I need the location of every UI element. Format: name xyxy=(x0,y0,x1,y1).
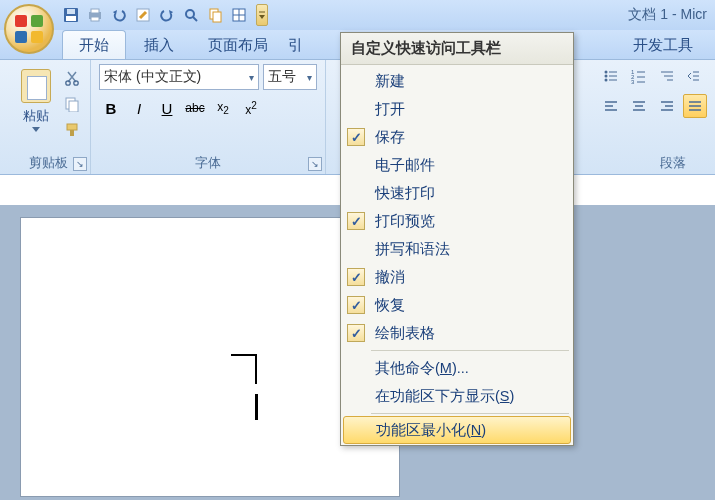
menu-separator xyxy=(371,350,569,351)
menu-item[interactable]: 功能区最小化(N) xyxy=(343,416,571,444)
tab-start[interactable]: 开始 xyxy=(62,30,126,59)
menu-item-label: 新建 xyxy=(371,72,405,91)
menu-item-label: 撤消 xyxy=(371,268,405,287)
menu-item-label: 功能区最小化(N) xyxy=(372,421,486,440)
underline-button[interactable]: U xyxy=(155,96,179,120)
svg-point-21 xyxy=(605,71,608,74)
tab-insert[interactable]: 插入 xyxy=(128,31,190,59)
check-icon: ✓ xyxy=(347,268,365,286)
menu-item-label: 电子邮件 xyxy=(371,156,435,175)
format-painter-icon[interactable] xyxy=(62,120,82,140)
subscript-button[interactable]: x2 xyxy=(211,96,235,120)
document-title: 文档 1 - Micr xyxy=(628,6,707,24)
tab-page-layout[interactable]: 页面布局 xyxy=(192,31,284,59)
menu-item-label: 拼写和语法 xyxy=(371,240,450,259)
menu-item[interactable]: ✓保存 xyxy=(341,123,573,151)
strike-button[interactable]: abc xyxy=(183,96,207,120)
menu-check-col: ✓ xyxy=(341,212,371,230)
clipboard-launcher-icon[interactable]: ↘ xyxy=(73,157,87,171)
paste-label: 粘贴 xyxy=(23,107,49,125)
group-paragraph-label: 段落 xyxy=(599,154,707,174)
bullets-icon[interactable] xyxy=(599,64,623,88)
align-center-icon[interactable] xyxy=(627,94,651,118)
menu-item[interactable]: 拼写和语法 xyxy=(341,235,573,263)
find-icon[interactable] xyxy=(180,4,202,26)
menu-item[interactable]: ✓恢复 xyxy=(341,291,573,319)
menu-item[interactable]: 电子邮件 xyxy=(341,151,573,179)
menu-header: 自定义快速访问工具栏 xyxy=(341,33,573,65)
menu-item[interactable]: 新建 xyxy=(341,67,573,95)
svg-rect-20 xyxy=(70,130,74,136)
text-caret xyxy=(255,394,258,420)
font-launcher-icon[interactable]: ↘ xyxy=(308,157,322,171)
svg-rect-1 xyxy=(66,16,76,21)
undo-icon[interactable] xyxy=(108,4,130,26)
outdent-icon[interactable] xyxy=(683,66,703,86)
svg-rect-19 xyxy=(67,124,77,130)
menu-check-col: ✓ xyxy=(341,324,371,342)
svg-rect-2 xyxy=(67,9,75,14)
font-name-value: 宋体 (中文正文) xyxy=(104,68,201,86)
check-icon: ✓ xyxy=(347,296,365,314)
menu-item-label: 在功能区下方显示(S) xyxy=(371,387,514,406)
check-icon: ✓ xyxy=(347,324,365,342)
group-clipboard: 粘贴 剪贴板 ↘ xyxy=(6,60,91,174)
italic-button[interactable]: I xyxy=(127,96,151,120)
tab-developer[interactable]: 开发工具 xyxy=(617,31,709,59)
paste-button[interactable]: 粘贴 xyxy=(14,64,58,138)
numbering-icon[interactable]: 123 xyxy=(627,64,651,88)
office-button[interactable] xyxy=(4,4,54,54)
menu-item-label: 快速打印 xyxy=(371,184,435,203)
quick-access-toolbar xyxy=(60,4,268,26)
save-icon[interactable] xyxy=(60,4,82,26)
justify-icon[interactable] xyxy=(683,94,707,118)
check-icon: ✓ xyxy=(347,212,365,230)
menu-item-label: 打开 xyxy=(371,100,405,119)
svg-point-7 xyxy=(186,10,194,18)
chevron-down-icon: ▾ xyxy=(303,72,312,83)
bold-button[interactable]: B xyxy=(99,96,123,120)
menu-item-label: 其他命令(M)... xyxy=(371,359,469,378)
menu-item[interactable]: 打开 xyxy=(341,95,573,123)
svg-rect-5 xyxy=(91,17,99,21)
svg-line-8 xyxy=(193,17,197,21)
menu-item-label: 打印预览 xyxy=(371,212,435,231)
table-icon[interactable] xyxy=(228,4,250,26)
edit-icon[interactable] xyxy=(132,4,154,26)
menu-item[interactable]: 其他命令(M)... xyxy=(341,354,573,382)
font-name-combo[interactable]: 宋体 (中文正文) ▾ xyxy=(99,64,259,90)
superscript-button[interactable]: x2 xyxy=(239,96,263,120)
redo-icon[interactable] xyxy=(156,4,178,26)
chevron-down-icon: ▾ xyxy=(245,72,254,83)
multilevel-icon[interactable] xyxy=(655,64,679,88)
print-icon[interactable] xyxy=(84,4,106,26)
align-left-icon[interactable] xyxy=(599,94,623,118)
office-logo-icon xyxy=(15,15,43,43)
paste-icon xyxy=(21,69,51,103)
menu-item[interactable]: 快速打印 xyxy=(341,179,573,207)
menu-check-col: ✓ xyxy=(341,128,371,146)
menu-item[interactable]: 在功能区下方显示(S) xyxy=(341,382,573,410)
qat-dropdown-icon[interactable] xyxy=(256,4,268,26)
copy-icon[interactable] xyxy=(62,94,82,114)
group-paragraph: 123 段落 xyxy=(591,60,715,174)
menu-item[interactable]: ✓撤消 xyxy=(341,263,573,291)
menu-check-col: ✓ xyxy=(341,268,371,286)
menu-item-label: 绘制表格 xyxy=(371,324,435,343)
svg-text:3: 3 xyxy=(631,79,635,84)
title-bar: 文档 1 - Micr xyxy=(0,0,715,30)
menu-item-label: 恢复 xyxy=(371,296,405,315)
tab-truncated[interactable]: 引 xyxy=(286,31,300,59)
cut-icon[interactable] xyxy=(62,68,82,88)
menu-item[interactable]: ✓打印预览 xyxy=(341,207,573,235)
group-clipboard-label: 剪贴板 xyxy=(14,154,82,174)
menu-item[interactable]: ✓绘制表格 xyxy=(341,319,573,347)
align-right-icon[interactable] xyxy=(655,94,679,118)
font-size-value: 五号 xyxy=(268,68,296,86)
copy-icon[interactable] xyxy=(204,4,226,26)
check-icon: ✓ xyxy=(347,128,365,146)
group-font-label: 字体 xyxy=(99,154,317,174)
menu-check-col: ✓ xyxy=(341,296,371,314)
font-size-combo[interactable]: 五号 ▾ xyxy=(263,64,317,90)
qat-customize-menu: 自定义快速访问工具栏 新建打开✓保存电子邮件快速打印✓打印预览拼写和语法✓撤消✓… xyxy=(340,32,574,446)
